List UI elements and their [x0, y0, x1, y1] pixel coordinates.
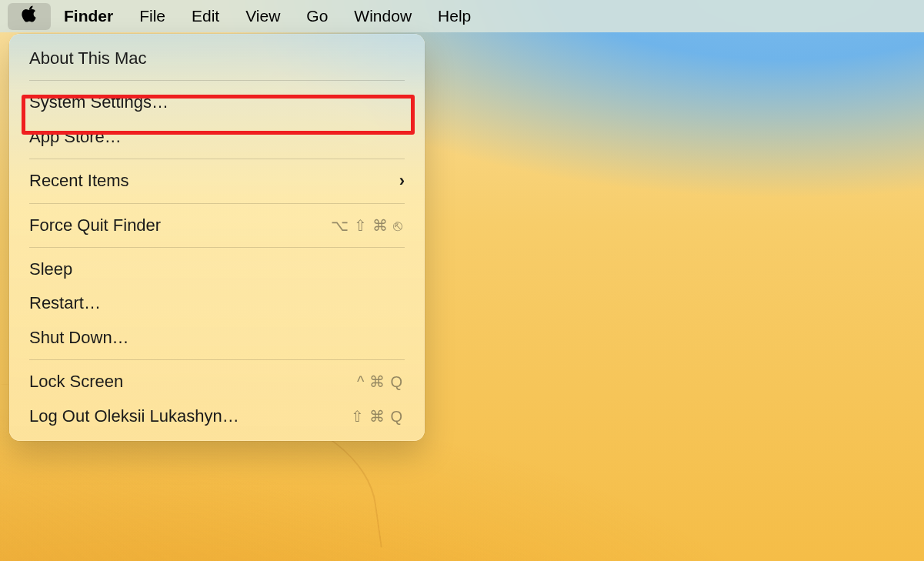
key-q-icon: Q: [390, 372, 405, 391]
menu-shortcut: ⇧ ⌘ Q: [351, 407, 405, 426]
menubar-edit[interactable]: Edit: [178, 4, 232, 28]
menu-label: Lock Screen: [29, 372, 123, 392]
menubar-file[interactable]: File: [126, 4, 178, 28]
menu-separator: [29, 203, 405, 204]
key-escape-icon: ⎋: [393, 216, 405, 235]
key-control-icon: ^: [357, 372, 366, 391]
menu-label: Restart…: [29, 293, 101, 313]
menu-label: Shut Down…: [29, 328, 129, 348]
menubar-help[interactable]: Help: [425, 4, 484, 28]
menu-label: About This Mac: [29, 48, 146, 68]
menu-force-quit[interactable]: Force Quit Finder ⌥ ⇧ ⌘ ⎋: [9, 209, 425, 242]
menu-restart[interactable]: Restart…: [9, 286, 425, 320]
menu-label: Log Out Oleksii Lukashyn…: [29, 406, 239, 426]
menu-separator: [29, 359, 405, 360]
menu-shut-down[interactable]: Shut Down…: [9, 321, 425, 355]
menu-lock-screen[interactable]: Lock Screen ^ ⌘ Q: [9, 365, 425, 399]
menu-label: App Store…: [29, 127, 122, 147]
menu-label: Force Quit Finder: [29, 215, 161, 235]
menubar-go[interactable]: Go: [293, 4, 341, 28]
key-shift-icon: ⇧: [351, 407, 366, 426]
menu-recent-items[interactable]: Recent Items ›: [9, 164, 425, 198]
menubar-app-name[interactable]: Finder: [51, 4, 126, 28]
menu-system-settings[interactable]: System Settings…: [9, 85, 425, 119]
chevron-right-icon: ›: [399, 171, 405, 191]
menu-separator: [29, 80, 405, 81]
menu-label: Recent Items: [29, 171, 129, 191]
menubar-view[interactable]: View: [232, 4, 293, 28]
key-q-icon: Q: [390, 407, 405, 426]
menu-shortcut: ⌥ ⇧ ⌘ ⎋: [331, 216, 405, 235]
key-command-icon: ⌘: [369, 372, 387, 391]
apple-menu-dropdown: About This Mac System Settings… App Stor…: [9, 34, 425, 441]
menubar-window[interactable]: Window: [341, 4, 425, 28]
menu-app-store[interactable]: App Store…: [9, 120, 425, 154]
key-command-icon: ⌘: [372, 216, 390, 235]
menu-sleep[interactable]: Sleep: [9, 252, 425, 286]
key-command-icon: ⌘: [369, 407, 387, 426]
apple-menu-button[interactable]: [8, 3, 51, 30]
menu-label: Sleep: [29, 259, 72, 279]
key-option-icon: ⌥: [331, 216, 351, 235]
key-shift-icon: ⇧: [354, 216, 369, 235]
apple-logo-icon: [21, 5, 38, 23]
menu-about-this-mac[interactable]: About This Mac: [9, 42, 425, 75]
menu-separator: [29, 247, 405, 248]
menu-label: System Settings…: [29, 92, 168, 112]
menu-separator: [29, 159, 405, 159]
menu-bar: Finder File Edit View Go Window Help: [0, 0, 924, 32]
menu-log-out[interactable]: Log Out Oleksii Lukashyn… ⇧ ⌘ Q: [9, 399, 425, 433]
menu-shortcut: ^ ⌘ Q: [357, 372, 405, 391]
